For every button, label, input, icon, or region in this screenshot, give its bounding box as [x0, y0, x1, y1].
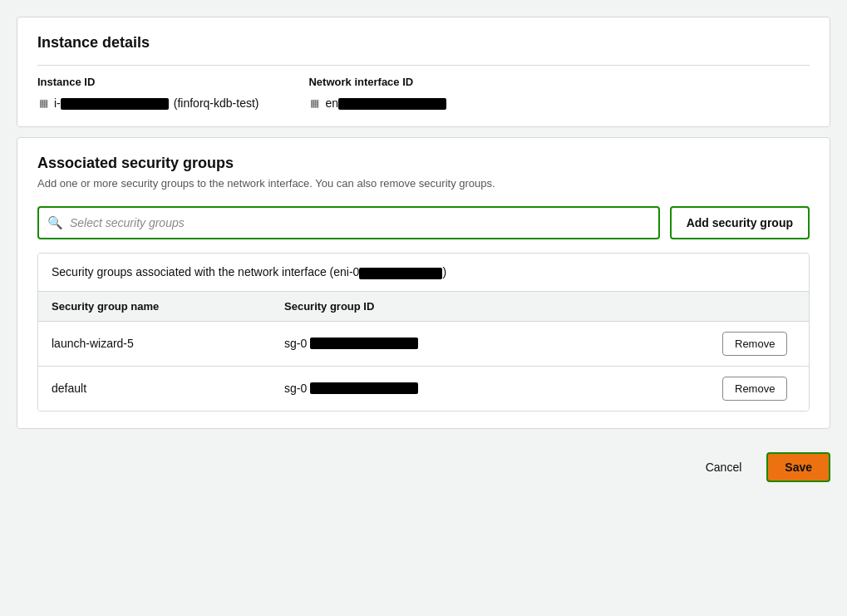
instance-id-field: Instance ID ▦ i- (finforq-kdb-test) — [37, 76, 259, 110]
security-groups-table: Security groups associated with the netw… — [37, 253, 810, 411]
remove-button-2[interactable]: Remove — [722, 377, 787, 401]
table-row: default sg-0 Remove — [38, 367, 809, 411]
remove-button-1[interactable]: Remove — [722, 332, 787, 356]
copy-instance-id-icon[interactable]: ▦ — [37, 97, 49, 109]
footer-row: Cancel Save — [17, 439, 830, 485]
assoc-title: Associated security groups — [37, 155, 810, 172]
search-add-row: 🔍 Add security group — [37, 206, 810, 239]
sg-id-1: sg-0 — [271, 327, 709, 360]
assoc-subtitle: Add one or more security groups to the n… — [37, 177, 810, 190]
table-header-label: Security groups associated with the netw… — [38, 254, 809, 291]
instance-details-title: Instance details — [37, 34, 810, 52]
search-wrapper: 🔍 — [37, 206, 660, 239]
table-row: launch-wizard-5 sg-0 Remove — [38, 322, 809, 367]
instance-id-label: Instance ID — [37, 76, 259, 88]
network-interface-redacted: en — [325, 96, 446, 110]
add-security-group-button[interactable]: Add security group — [670, 206, 810, 239]
search-input[interactable] — [70, 208, 650, 238]
col-header-action — [709, 292, 809, 321]
sg-action-2: Remove — [709, 367, 809, 411]
instance-details-grid: Instance ID ▦ i- (finforq-kdb-test) Netw… — [37, 76, 810, 110]
network-interface-label: Network interface ID — [308, 76, 446, 88]
eni-redacted — [359, 268, 442, 279]
instance-id-value: ▦ i- (finforq-kdb-test) — [37, 96, 259, 110]
associated-security-groups-card: Associated security groups Add one or mo… — [17, 137, 830, 428]
sg-name-1: launch-wizard-5 — [38, 327, 271, 360]
col-header-name: Security group name — [38, 292, 271, 321]
network-interface-value: ▦ en — [308, 96, 446, 110]
table-columns: Security group name Security group ID — [38, 292, 809, 322]
instance-details-card: Instance details Instance ID ▦ i- (finfo… — [17, 17, 830, 127]
sg-name-2: default — [38, 372, 271, 405]
sg-action-1: Remove — [709, 322, 809, 366]
search-icon: 🔍 — [47, 215, 63, 230]
save-button[interactable]: Save — [766, 452, 830, 482]
sg-id-2-redacted — [310, 382, 418, 394]
copy-network-id-icon[interactable]: ▦ — [308, 97, 320, 109]
instance-id-redacted: i- — [54, 96, 169, 110]
col-header-id: Security group ID — [271, 292, 709, 321]
cancel-button[interactable]: Cancel — [694, 454, 754, 480]
instance-id-suffix: (finforq-kdb-test) — [174, 96, 259, 110]
sg-id-2: sg-0 — [271, 372, 709, 405]
network-interface-field: Network interface ID ▦ en — [308, 76, 446, 110]
sg-id-1-redacted — [310, 338, 418, 349]
